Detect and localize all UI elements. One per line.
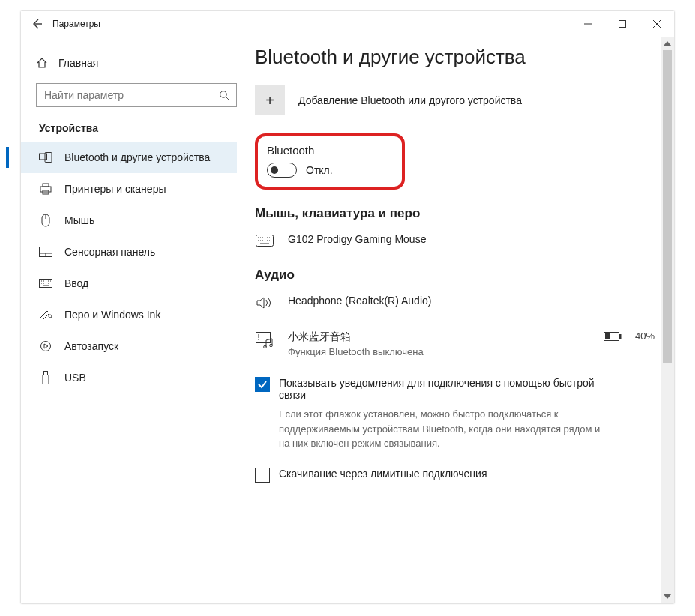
scrollbar-thumb[interactable] bbox=[663, 50, 672, 363]
plus-icon: + bbox=[255, 85, 285, 115]
search-box[interactable] bbox=[36, 83, 237, 107]
minimize-icon bbox=[583, 19, 592, 28]
music-device-icon bbox=[256, 332, 274, 348]
scroll-up-button[interactable] bbox=[661, 37, 674, 50]
svg-point-11 bbox=[41, 342, 51, 351]
metered-label: Скачивание через лимитные подключения bbox=[279, 468, 487, 483]
svg-rect-4 bbox=[43, 184, 49, 187]
sidebar-item-label: Bluetooth и другие устройства bbox=[64, 151, 210, 163]
check-icon bbox=[257, 379, 268, 390]
sidebar-item-pen[interactable]: Перо и Windows Ink bbox=[36, 299, 253, 330]
sidebar-item-touchpad[interactable]: Сенсорная панель bbox=[36, 236, 253, 268]
sidebar-item-label: Сенсорная панель bbox=[64, 246, 155, 258]
bluetooth-label: Bluetooth bbox=[267, 144, 387, 157]
bluetooth-state: Откл. bbox=[306, 164, 333, 176]
battery-icon bbox=[604, 332, 622, 341]
chevron-down-icon bbox=[664, 594, 671, 599]
sidebar-item-bluetooth[interactable]: Bluetooth и другие устройства bbox=[21, 142, 237, 173]
speaker-icon bbox=[256, 296, 273, 309]
close-button[interactable] bbox=[640, 11, 674, 37]
bluetooth-toggle[interactable] bbox=[267, 163, 297, 178]
device-headphone[interactable]: Headphone (Realtek(R) Audio) bbox=[255, 293, 655, 311]
device-name: 小米蓝牙音箱 bbox=[288, 330, 590, 344]
scrollbar-track[interactable] bbox=[661, 50, 674, 590]
keyboard-icon bbox=[39, 279, 52, 288]
sidebar-item-label: Принтеры и сканеры bbox=[64, 183, 166, 195]
device-battery: 40% bbox=[604, 330, 655, 342]
search-icon bbox=[219, 90, 230, 101]
page-heading: Bluetooth и другие устройства bbox=[255, 46, 655, 69]
home-link[interactable]: Главная bbox=[36, 50, 253, 76]
svg-rect-20 bbox=[605, 333, 610, 339]
maximize-button[interactable] bbox=[605, 11, 640, 37]
main-pane: Bluetooth и другие устройства + Добавлен… bbox=[253, 37, 674, 603]
sidebar-item-label: Мышь bbox=[64, 214, 94, 226]
sidebar-item-usb[interactable]: USB bbox=[36, 362, 253, 393]
scroll-down-button[interactable] bbox=[661, 590, 674, 603]
keyboard-device-icon bbox=[256, 235, 274, 247]
notify-label: Показывать уведомления для подключения с… bbox=[279, 377, 601, 401]
section-mouse-kb: Мышь, клавиатура и перо bbox=[255, 206, 655, 221]
device-name: G102 Prodigy Gaming Mouse bbox=[288, 233, 655, 245]
sidebar-item-printers[interactable]: Принтеры и сканеры bbox=[36, 173, 253, 205]
svg-rect-5 bbox=[40, 187, 51, 192]
sidebar: Главная Устройства Bluetooth и другие ус… bbox=[21, 37, 253, 603]
device-mouse[interactable]: G102 Prodigy Gaming Mouse bbox=[255, 232, 655, 248]
titlebar: Параметры bbox=[21, 11, 674, 37]
devices-icon bbox=[39, 152, 52, 163]
add-device-label: Добавление Bluetooth или другого устройс… bbox=[298, 94, 522, 106]
metered-checkbox[interactable] bbox=[255, 468, 270, 483]
sidebar-item-label: Перо и Windows Ink bbox=[64, 309, 160, 321]
search-input[interactable] bbox=[43, 88, 219, 102]
device-status: Функция Bluetooth выключена bbox=[288, 346, 590, 357]
sidebar-section-title: Устройства bbox=[39, 122, 253, 134]
svg-rect-0 bbox=[619, 21, 626, 28]
pen-icon bbox=[39, 309, 52, 320]
svg-point-1 bbox=[220, 91, 227, 97]
svg-rect-13 bbox=[43, 375, 49, 384]
arrow-left-icon bbox=[31, 18, 43, 30]
device-speaker[interactable]: 小米蓝牙音箱 Функция Bluetooth выключена 40% bbox=[255, 329, 655, 359]
sidebar-item-mouse[interactable]: Мышь bbox=[36, 205, 253, 236]
close-icon bbox=[652, 19, 661, 28]
autoplay-icon bbox=[40, 340, 52, 352]
sidebar-item-label: Ввод bbox=[64, 277, 88, 289]
svg-point-10 bbox=[49, 315, 52, 318]
svg-rect-19 bbox=[619, 334, 622, 339]
add-device-button[interactable]: + Добавление Bluetooth или другого устро… bbox=[255, 85, 655, 115]
sidebar-item-typing[interactable]: Ввод bbox=[36, 268, 253, 299]
touchpad-icon bbox=[39, 247, 52, 257]
mouse-icon bbox=[41, 214, 50, 227]
svg-rect-2 bbox=[40, 154, 47, 160]
maximize-icon bbox=[618, 19, 627, 28]
sidebar-item-label: Автозапуск bbox=[64, 340, 118, 352]
home-label: Главная bbox=[58, 57, 98, 69]
chevron-up-icon bbox=[664, 41, 671, 46]
section-audio: Аудио bbox=[255, 268, 655, 283]
svg-rect-12 bbox=[44, 372, 48, 375]
usb-icon bbox=[42, 371, 49, 384]
sidebar-item-label: USB bbox=[64, 372, 86, 384]
notify-description: Если этот флажок установлен, можно быстр… bbox=[279, 407, 601, 451]
battery-percent: 40% bbox=[635, 330, 655, 342]
notify-checkbox[interactable] bbox=[255, 377, 270, 392]
printer-icon bbox=[40, 183, 52, 195]
back-button[interactable] bbox=[21, 18, 52, 30]
vertical-scrollbar[interactable] bbox=[661, 37, 674, 603]
minimize-button[interactable] bbox=[571, 11, 605, 37]
window-title: Параметры bbox=[52, 19, 100, 29]
bluetooth-toggle-block: Bluetooth Откл. bbox=[255, 133, 405, 190]
home-icon bbox=[36, 57, 48, 69]
device-name: Headphone (Realtek(R) Audio) bbox=[288, 295, 655, 307]
sidebar-item-autoplay[interactable]: Автозапуск bbox=[36, 330, 253, 362]
